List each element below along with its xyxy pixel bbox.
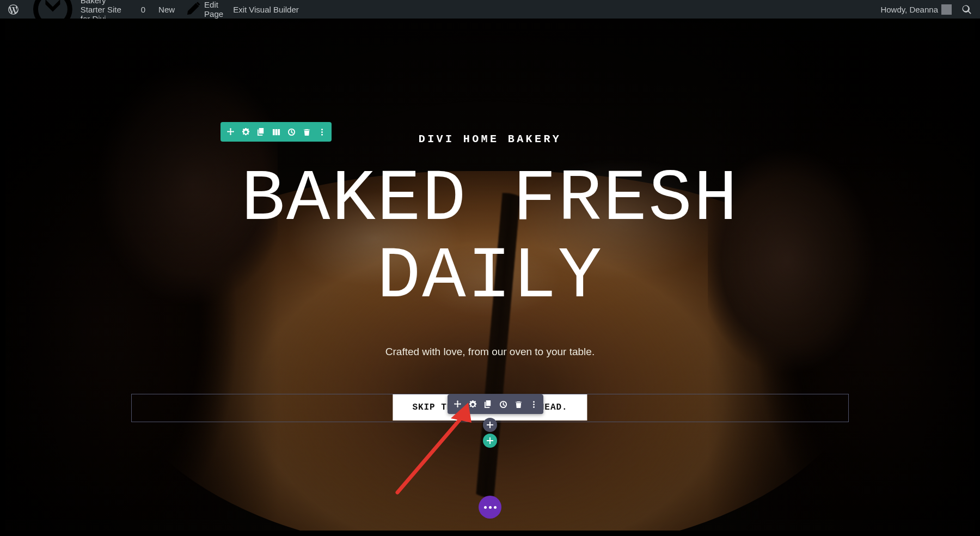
module-settings-icon[interactable]	[465, 397, 480, 412]
adminbar-new-label: New	[158, 5, 175, 14]
row-columns-icon[interactable]	[268, 124, 284, 139]
svg-point-5	[533, 406, 535, 407]
row-toolbar	[220, 122, 332, 142]
add-module-button[interactable]	[483, 418, 497, 432]
adminbar-comments[interactable]: 0	[133, 0, 150, 19]
builder-more-fab[interactable]	[479, 496, 501, 519]
hero-subtitle: Crafted with love, from our oven to your…	[385, 346, 595, 358]
row-delete-icon[interactable]	[299, 124, 314, 139]
svg-point-2	[321, 133, 323, 135]
svg-point-1	[321, 131, 323, 133]
adminbar-exit-vb[interactable]: Exit Visual Builder	[228, 0, 304, 19]
adminbar-new[interactable]: New	[150, 0, 180, 19]
module-duplicate-icon[interactable]	[480, 397, 495, 412]
row-save-icon[interactable]	[284, 124, 299, 139]
row-duplicate-icon[interactable]	[253, 124, 268, 139]
adminbar-exit-vb-label: Exit Visual Builder	[233, 5, 299, 14]
wp-logo[interactable]	[3, 0, 23, 19]
wp-admin-bar: Bakery Starter Site for Divi 0 New Edit …	[0, 0, 980, 19]
module-delete-icon[interactable]	[511, 397, 526, 412]
adminbar-howdy: Howdy, Deanna	[880, 5, 938, 14]
page-viewport: DIVI HOME BAKERY BAKED FRESH DAILY Craft…	[5, 19, 975, 531]
add-row-button[interactable]	[483, 434, 497, 448]
module-toolbar	[448, 394, 543, 414]
module-save-icon[interactable]	[495, 397, 511, 412]
hero-section: DIVI HOME BAKERY BAKED FRESH DAILY Craft…	[5, 19, 975, 531]
module-more-icon[interactable]	[526, 397, 541, 412]
adminbar-edit-page[interactable]: Edit Page	[180, 0, 228, 19]
adminbar-site-name[interactable]: Bakery Starter Site for Divi	[23, 0, 133, 19]
adminbar-account[interactable]: Howdy, Deanna	[875, 0, 957, 19]
svg-point-3	[533, 401, 535, 403]
hero-eyebrow: DIVI HOME BAKERY	[419, 133, 561, 145]
row-move-icon[interactable]	[223, 124, 238, 139]
row-more-icon[interactable]	[314, 124, 329, 139]
row-settings-icon[interactable]	[238, 124, 253, 139]
avatar	[941, 4, 952, 15]
hero-headline: BAKED FRESH DAILY	[241, 161, 739, 315]
adminbar-comment-count: 0	[141, 5, 145, 14]
svg-point-0	[321, 129, 323, 130]
adminbar-search[interactable]	[957, 0, 977, 19]
adminbar-edit-page-label: Edit Page	[204, 0, 223, 19]
module-move-icon[interactable]	[450, 397, 465, 412]
svg-point-4	[533, 404, 535, 405]
